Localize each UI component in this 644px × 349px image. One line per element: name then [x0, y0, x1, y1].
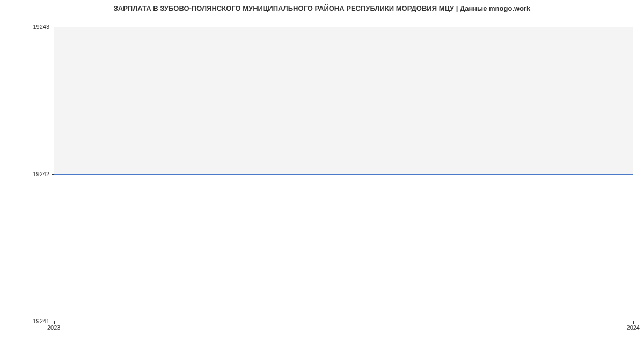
chart-container: 19243 19242 19241 2023 2024 [54, 27, 633, 321]
y-tick-label: 19241 [33, 318, 49, 324]
x-tick-mark [54, 321, 55, 324]
y-tick-label: 19242 [33, 171, 49, 177]
y-tick-mark [52, 174, 54, 174]
chart-title: ЗАРПЛАТА В ЗУБОВО-ПОЛЯНСКОГО МУНИЦИПАЛЬН… [0, 0, 644, 14]
data-line [54, 174, 633, 174]
x-tick-mark [633, 321, 634, 324]
x-tick-label: 2023 [47, 324, 60, 331]
y-tick-label: 19243 [33, 24, 49, 30]
y-tick-mark [52, 27, 54, 27]
area-fill [54, 27, 633, 174]
x-tick-label: 2024 [627, 324, 640, 331]
plot-area [54, 27, 633, 321]
